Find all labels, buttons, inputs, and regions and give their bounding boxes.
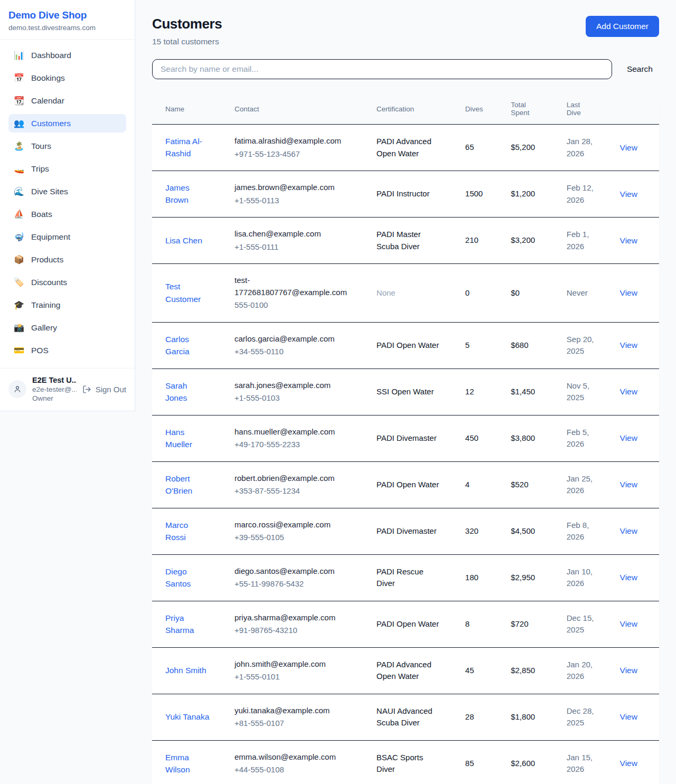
add-customer-button[interactable]: Add Customer bbox=[586, 16, 659, 37]
customer-phone: +81-555-0107 bbox=[234, 717, 364, 730]
dashboard-icon: 📊 bbox=[14, 50, 24, 60]
view-link[interactable]: View bbox=[620, 759, 637, 768]
customer-total-spent: $5,200 bbox=[504, 125, 560, 171]
customer-name-link[interactable]: Lisa Chen bbox=[165, 236, 202, 245]
customer-certification: PADI Advanced Open Water bbox=[370, 125, 459, 171]
shop-name[interactable]: Demo Dive Shop bbox=[8, 10, 126, 21]
sidebar-item-label: Customers bbox=[31, 119, 71, 128]
view-link[interactable]: View bbox=[620, 433, 637, 442]
view-link[interactable]: View bbox=[620, 190, 637, 199]
sign-out-button[interactable]: Sign Out bbox=[82, 385, 126, 394]
sidebar-item-label: POS bbox=[31, 346, 49, 355]
table-row: James Brown james.brown@example.com +1-5… bbox=[152, 171, 659, 218]
shop-domain: demo.test.divestreams.com bbox=[8, 24, 126, 32]
customer-email: john.smith@example.com bbox=[234, 658, 364, 670]
customer-total-spent: $520 bbox=[504, 461, 560, 508]
user-role: Owner bbox=[32, 394, 77, 402]
customer-name-link[interactable]: James Brown bbox=[165, 195, 211, 204]
sidebar-item-discounts[interactable]: 🏷️ Discounts bbox=[8, 273, 126, 291]
table-row: Lisa Chen lisa.chen@example.com +1-555-0… bbox=[152, 218, 659, 264]
view-link[interactable]: View bbox=[620, 526, 637, 535]
column-header-last-dive: Last Dive bbox=[560, 93, 614, 125]
sidebar-item-calendar[interactable]: 📆 Calendar bbox=[8, 91, 126, 110]
customer-certification: PADI Open Water bbox=[370, 601, 459, 647]
customer-name-link[interactable]: Robert O'Brien bbox=[165, 486, 211, 495]
sidebar-item-label: Equipment bbox=[31, 232, 70, 242]
customer-last-dive: Jan 15, 2026 bbox=[560, 740, 614, 784]
sidebar-item-dive-sites[interactable]: 🌊 Dive Sites bbox=[8, 182, 126, 201]
training-icon: 🎓 bbox=[14, 300, 24, 310]
sidebar-item-training[interactable]: 🎓 Training bbox=[8, 296, 126, 314]
customer-name-link[interactable]: Diego Santos bbox=[165, 579, 211, 588]
customer-certification: BSAC Sports Diver bbox=[370, 740, 459, 784]
view-link[interactable]: View bbox=[620, 236, 637, 245]
table-row: Carlos Garcia carlos.garcia@example.com … bbox=[152, 322, 659, 369]
view-link[interactable]: View bbox=[620, 666, 637, 675]
view-link[interactable]: View bbox=[620, 619, 637, 628]
sidebar-item-customers[interactable]: 👥 Customers bbox=[8, 114, 126, 133]
customer-certification: PADI Rescue Diver bbox=[370, 554, 459, 601]
search-bar: Search bbox=[152, 59, 659, 79]
customer-last-dive: Jan 20, 2026 bbox=[560, 647, 614, 694]
customer-total-spent: $680 bbox=[504, 322, 560, 369]
customer-name-link[interactable]: Sarah Jones bbox=[165, 393, 211, 402]
user-info: E2E Test U... e2e-tester@... Owner bbox=[32, 376, 77, 402]
view-link[interactable]: View bbox=[620, 288, 637, 297]
customer-name-link[interactable]: Fatima Al-Rashid bbox=[165, 149, 211, 158]
customer-name-link[interactable]: Yuki Tanaka bbox=[165, 712, 209, 721]
customer-name-link[interactable]: Marco Rossi bbox=[165, 533, 211, 542]
view-link[interactable]: View bbox=[620, 143, 637, 152]
sidebar-item-dashboard[interactable]: 📊 Dashboard bbox=[8, 46, 126, 64]
customer-name-link[interactable]: Carlos Garcia bbox=[165, 347, 211, 356]
sign-out-icon bbox=[82, 385, 91, 394]
column-header-certification: Certification bbox=[370, 93, 459, 125]
sidebar-item-pos[interactable]: 💳 POS bbox=[8, 341, 126, 360]
customer-total-spent: $2,850 bbox=[504, 647, 560, 694]
sidebar-item-trips[interactable]: 🚤 Trips bbox=[8, 159, 126, 178]
sidebar-item-label: Boats bbox=[31, 210, 52, 219]
customer-certification: PADI Divemaster bbox=[370, 508, 459, 554]
customer-last-dive: Feb 12, 2026 bbox=[560, 171, 614, 218]
customer-name-link[interactable]: John Smith bbox=[165, 666, 206, 675]
view-link[interactable]: View bbox=[620, 573, 637, 582]
view-link[interactable]: View bbox=[620, 387, 637, 396]
customer-dives: 4 bbox=[459, 461, 504, 508]
customer-certification: PADI Divemaster bbox=[370, 415, 459, 461]
sidebar-item-label: Gallery bbox=[31, 323, 57, 333]
sidebar-item-products[interactable]: 📦 Products bbox=[8, 250, 126, 269]
sidebar-item-gallery[interactable]: 📸 Gallery bbox=[8, 318, 126, 337]
sidebar-item-equipment[interactable]: 🤿 Equipment bbox=[8, 228, 126, 246]
customer-dives: 210 bbox=[459, 218, 504, 264]
customer-name-link[interactable]: Hans Mueller bbox=[165, 440, 211, 449]
customer-total-spent: $2,950 bbox=[504, 554, 560, 601]
customer-certification: PADI Master Scuba Diver bbox=[370, 218, 459, 264]
customer-certification: PADI Instructor bbox=[370, 171, 459, 218]
view-link[interactable]: View bbox=[620, 480, 637, 489]
sidebar-item-bookings[interactable]: 📅 Bookings bbox=[8, 69, 126, 87]
sidebar-item-boats[interactable]: ⛵ Boats bbox=[8, 205, 126, 223]
customer-last-dive: Jan 25, 2026 bbox=[560, 461, 614, 508]
pos-icon: 💳 bbox=[14, 345, 24, 355]
search-input[interactable] bbox=[152, 59, 612, 79]
sidebar-item-label: Training bbox=[31, 300, 60, 310]
table-header-row: NameContactCertificationDivesTotal Spent… bbox=[152, 93, 659, 125]
customer-name-link[interactable]: Priya Sharma bbox=[165, 626, 211, 635]
view-link[interactable]: View bbox=[620, 341, 637, 350]
customer-certification: PADI Advanced Open Water bbox=[370, 647, 459, 694]
sidebar-item-tours[interactable]: 🏝️ Tours bbox=[8, 137, 126, 155]
customer-phone: +1-555-0101 bbox=[234, 671, 364, 683]
user-icon bbox=[13, 384, 22, 394]
page-header: Customers 15 total customers Add Custome… bbox=[152, 16, 659, 46]
customer-email: priya.sharma@example.com bbox=[234, 612, 364, 624]
customer-total-spent: $1,800 bbox=[504, 694, 560, 740]
customer-name-link[interactable]: Emma Wilson bbox=[165, 765, 211, 774]
customer-phone: 555-0100 bbox=[234, 299, 364, 311]
view-link[interactable]: View bbox=[620, 712, 637, 721]
customer-email: hans.mueller@example.com bbox=[234, 426, 364, 438]
customer-name-link[interactable]: Test Customer bbox=[165, 295, 211, 304]
customer-certification: PADI Open Water bbox=[370, 461, 459, 508]
customer-phone: +353-87-555-1234 bbox=[234, 485, 364, 497]
search-button[interactable]: Search bbox=[621, 60, 659, 78]
customer-email: robert.obrien@example.com bbox=[234, 473, 364, 485]
customer-total-spent: $1,450 bbox=[504, 369, 560, 415]
